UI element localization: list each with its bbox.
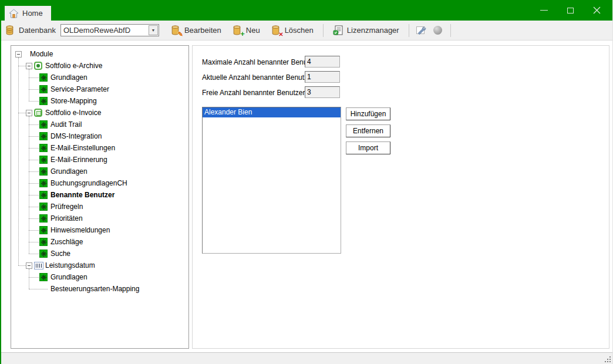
new-database-icon: + bbox=[232, 25, 242, 35]
entfernen-button[interactable]: Entfernen bbox=[346, 124, 390, 137]
loeschen-label: Löschen bbox=[285, 26, 314, 35]
tree-item-besteuerungsarten-mapping[interactable]: Besteuerungsarten-Mapping bbox=[11, 283, 188, 295]
tree-item-label: Audit Trail bbox=[50, 120, 82, 129]
close-icon bbox=[593, 6, 601, 14]
bearbeiten-label: Bearbeiten bbox=[184, 26, 221, 35]
tree-item-label: Store-Mapping bbox=[50, 97, 97, 105]
tree-item-priorit-ten[interactable]: Prioritäten bbox=[11, 213, 188, 224]
tree-item-audit-trail[interactable]: Audit Trail bbox=[11, 119, 188, 130]
tree-item-dms-integration[interactable]: DMS-Integration bbox=[11, 130, 188, 142]
toolbar-separator bbox=[450, 24, 451, 37]
free-users-field[interactable] bbox=[305, 86, 340, 98]
edit-database-icon: ✎ bbox=[170, 25, 180, 35]
expander-minus-icon[interactable] bbox=[26, 63, 32, 69]
home-icon bbox=[9, 9, 19, 18]
tree-item-leistungsdatum[interactable]: Leistungsdatum bbox=[11, 259, 188, 271]
tree-item-suche[interactable]: Suche bbox=[11, 248, 188, 259]
expander-minus-icon[interactable] bbox=[26, 110, 32, 116]
gear-icon bbox=[39, 179, 48, 187]
expander-minus-icon[interactable] bbox=[26, 262, 32, 269]
gear-icon bbox=[39, 191, 48, 199]
hinzufuegen-button[interactable]: Hinzufügen bbox=[346, 107, 390, 120]
tree-item-label: Suche bbox=[50, 250, 70, 258]
tree-item-label: Service-Parameter bbox=[50, 85, 109, 93]
tree-item-zuschl-ge[interactable]: Zuschläge bbox=[11, 236, 188, 248]
tree-item-store-mapping[interactable]: Store-Mapping bbox=[11, 95, 188, 107]
minimize-button[interactable] bbox=[531, 0, 557, 21]
gear-icon bbox=[39, 250, 48, 258]
tree-item-module[interactable]: Module bbox=[11, 48, 188, 60]
gear-icon bbox=[39, 156, 48, 164]
database-label: Datenbank bbox=[19, 26, 56, 35]
tree-item-label: Leistungsdatum bbox=[45, 261, 95, 269]
tree-connector-line bbox=[29, 269, 29, 289]
license-manager-icon bbox=[333, 25, 343, 35]
titlebar: Home bbox=[1, 0, 612, 21]
tree-item-label: E-Mail-Einstellungen bbox=[50, 144, 115, 152]
tab-home[interactable]: Home bbox=[5, 6, 51, 21]
toolbar: Datenbank OLDemoReweAbfD ▼ ✎ Bearbeiten bbox=[1, 21, 612, 40]
tree-connector-line bbox=[29, 116, 29, 254]
toolbar-separator bbox=[409, 24, 409, 37]
named-users-listbox[interactable]: Alexander Bien bbox=[202, 107, 341, 254]
gear-icon bbox=[39, 85, 48, 93]
workspace: ModuleSoftfolio e-ArchiveGrundlagenServi… bbox=[1, 40, 612, 352]
max-users-field[interactable] bbox=[305, 56, 340, 68]
module-tree-panel: ModuleSoftfolio e-ArchiveGrundlagenServi… bbox=[11, 45, 189, 349]
close-button[interactable] bbox=[584, 0, 610, 21]
gear-icon bbox=[39, 214, 48, 223]
tree-item-label: Hinweismeldungen bbox=[50, 226, 110, 234]
softfolio-archive-icon bbox=[34, 62, 42, 70]
gear-icon bbox=[39, 73, 48, 82]
tree-item-service-parameter[interactable]: Service-Parameter bbox=[11, 83, 188, 95]
tree-item-label: Benannte Benutzer bbox=[50, 191, 114, 199]
maximize-button[interactable] bbox=[557, 0, 584, 21]
loeschen-button[interactable]: ✕ Löschen bbox=[265, 23, 319, 37]
neu-button[interactable]: + Neu bbox=[227, 23, 265, 37]
resize-grip-icon[interactable] bbox=[609, 361, 611, 362]
max-users-label: Maximale Anzahl benannter Benutzer bbox=[202, 58, 319, 66]
current-users-label: Aktuelle Anzahl benannter Benutzer bbox=[202, 73, 314, 82]
tree-item-grundlagen[interactable]: Grundlagen bbox=[11, 271, 188, 283]
tree-item-grundlagen[interactable]: Grundlagen bbox=[11, 72, 188, 83]
toolbar-separator bbox=[323, 24, 324, 37]
lizenzmanager-label: Lizenzmanager bbox=[347, 26, 399, 35]
gear-icon bbox=[39, 273, 48, 281]
gear-icon bbox=[39, 132, 48, 140]
tree-item-grundlagen[interactable]: Grundlagen bbox=[11, 166, 188, 177]
tree-connector-line bbox=[18, 58, 19, 265]
combo-dropdown-arrow-icon[interactable]: ▼ bbox=[149, 25, 158, 35]
delete-database-icon: ✕ bbox=[271, 25, 281, 35]
gear-icon bbox=[39, 120, 48, 129]
tree-connector-line bbox=[29, 69, 29, 101]
gear-icon bbox=[39, 226, 48, 234]
tree-item-e-mail-einstellungen[interactable]: E-Mail-Einstellungen bbox=[11, 142, 188, 154]
tree-item-pr-fregeln[interactable]: Prüfregeln bbox=[11, 201, 188, 213]
tools-wrench-icon bbox=[416, 25, 427, 36]
tree-item-softfolio-e-invoice[interactable]: Softfolio e-Invoice bbox=[11, 107, 188, 119]
bearbeiten-button[interactable]: ✎ Bearbeiten bbox=[165, 23, 227, 37]
tree-item-hinweismeldungen[interactable]: Hinweismeldungen bbox=[11, 224, 188, 236]
lizenzmanager-button[interactable]: Lizenzmanager bbox=[328, 23, 405, 37]
current-users-field[interactable] bbox=[305, 71, 340, 83]
tree-item-buchungsgrundlagench[interactable]: BuchungsgrundlagenCH bbox=[11, 177, 188, 189]
expander-minus-icon[interactable] bbox=[15, 51, 22, 58]
minimize-icon bbox=[540, 10, 548, 11]
list-item[interactable]: Alexander Bien bbox=[203, 107, 341, 117]
globe-button[interactable] bbox=[430, 23, 446, 38]
tree-item-softfolio-e-archive[interactable]: Softfolio e-Archive bbox=[11, 60, 188, 72]
tree-item-label: Softfolio e-Archive bbox=[45, 62, 102, 70]
app-window: Home Datenbank OLDemoReweAbfD ▼ bbox=[0, 0, 613, 364]
tree-item-e-mail-erinnerung[interactable]: E-Mail-Erinnerung bbox=[11, 154, 188, 166]
tree-item-label: Prüfregeln bbox=[50, 203, 83, 211]
globe-icon bbox=[433, 26, 442, 35]
barcode-icon bbox=[34, 262, 43, 269]
softfolio-invoice-icon bbox=[34, 109, 42, 117]
database-combobox[interactable]: OLDemoReweAbfD ▼ bbox=[60, 24, 159, 36]
tree-item-benannte-benutzer[interactable]: Benannte Benutzer bbox=[11, 189, 188, 201]
tools-button[interactable] bbox=[413, 23, 430, 38]
module-tree: ModuleSoftfolio e-ArchiveGrundlagenServi… bbox=[11, 46, 188, 348]
import-button[interactable]: Import bbox=[346, 141, 390, 154]
tree-item-label: E-Mail-Erinnerung bbox=[50, 156, 107, 164]
tree-item-label: Module bbox=[30, 50, 53, 58]
